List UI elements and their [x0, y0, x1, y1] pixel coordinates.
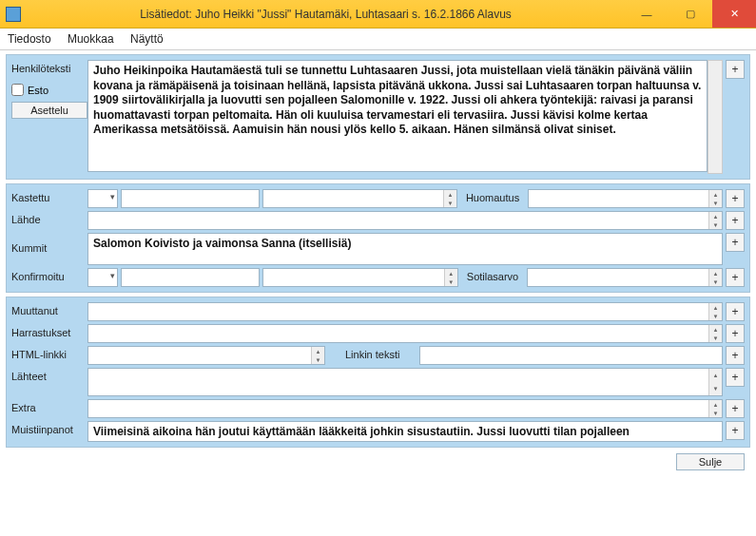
plus-henkiloteksti[interactable]: + [726, 60, 745, 79]
input-extra[interactable]: ▲▼ [87, 399, 723, 418]
menu-view[interactable]: Näyttö [130, 32, 164, 46]
titlebar: Lisätiedot: Juho Heikki "Jussi" Hautamäk… [0, 0, 756, 29]
menubar: Tiedosto Muokkaa Näyttö [0, 29, 756, 50]
panel-misc: Muuttanut ▲▼ + Harrastukset ▲▼ + HTML-li… [6, 297, 750, 448]
input-sotilasarvo[interactable]: ▲▼ [527, 268, 723, 287]
label-harrastukset: Harrastukset [11, 324, 87, 338]
checkbox-esto[interactable] [11, 84, 24, 96]
label-konfirmoitu: Konfirmoitu [11, 268, 87, 282]
input-htmllinkki[interactable]: ▲▼ [87, 346, 325, 365]
window-buttons: — ▢ ✕ [625, 0, 756, 28]
panel-baptism: Kastettu ▲▼ Huomautus ▲▼ + Lähde ▲▼ + Ku… [6, 183, 750, 293]
label-henkiloteksti: Henkilöteksti [11, 60, 87, 74]
scrollbar-henkiloteksti[interactable] [708, 60, 723, 174]
textarea-kummit[interactable] [87, 233, 723, 265]
close-button[interactable]: ✕ [712, 0, 756, 28]
plus-htmllinkki[interactable]: + [726, 346, 745, 365]
plus-muuttanut[interactable]: + [726, 302, 745, 321]
checkbox-esto-wrap[interactable]: Esto [11, 84, 87, 96]
window-title: Lisätiedot: Juho Heikki "Jussi" Hautamäk… [27, 8, 625, 21]
input-kastettu-place[interactable]: ▲▼ [262, 189, 457, 208]
plus-lahteet[interactable]: + [726, 368, 745, 387]
menu-edit[interactable]: Muokkaa [68, 32, 114, 46]
label-sotilasarvo: Sotilasarvo [461, 268, 524, 287]
textarea-muistiinpanot[interactable] [87, 421, 723, 442]
plus-extra[interactable]: + [726, 399, 745, 418]
input-harrastukset[interactable]: ▲▼ [87, 324, 723, 343]
button-asettelu[interactable]: Asettelu [11, 102, 87, 119]
label-muuttanut: Muuttanut [11, 302, 87, 316]
input-linkinteksti[interactable] [419, 346, 723, 365]
maximize-button[interactable]: ▢ [669, 0, 712, 28]
plus-konfirmoitu[interactable]: + [726, 268, 745, 287]
input-konfirmoitu-date[interactable] [121, 268, 260, 287]
label-kummit: Kummit [11, 233, 87, 254]
label-huomautus: Huomautus [460, 189, 525, 208]
menu-file[interactable]: Tiedosto [8, 32, 51, 46]
plus-kastettu[interactable]: + [726, 189, 745, 208]
panel-henkiloteksti: Henkilöteksti Esto Asettelu + [6, 54, 750, 180]
input-lahde[interactable]: ▲▼ [87, 211, 723, 230]
label-extra: Extra [11, 399, 87, 413]
combo-kastettu-type[interactable] [87, 189, 118, 208]
footer: Sulje [6, 451, 750, 474]
textarea-henkiloteksti[interactable] [87, 60, 708, 172]
plus-kummit[interactable]: + [726, 233, 745, 252]
input-kastettu-date[interactable] [121, 189, 260, 208]
input-huomautus[interactable]: ▲▼ [528, 189, 723, 208]
label-kastettu: Kastettu [11, 189, 87, 203]
input-konfirmoitu-place[interactable]: ▲▼ [262, 268, 458, 287]
plus-lahde[interactable]: + [726, 211, 745, 230]
plus-muistiinpanot[interactable]: + [726, 421, 745, 440]
app-icon [6, 7, 21, 22]
input-muuttanut[interactable]: ▲▼ [87, 302, 723, 321]
button-sulje[interactable]: Sulje [676, 453, 745, 470]
label-lahde: Lähde [11, 211, 87, 225]
label-linkinteksti: Linkin teksti [328, 346, 417, 365]
label-htmllinkki: HTML-linkki [11, 346, 87, 360]
plus-harrastukset[interactable]: + [726, 324, 745, 343]
minimize-button[interactable]: — [625, 0, 669, 28]
label-esto: Esto [28, 85, 48, 96]
body-area: Henkilöteksti Esto Asettelu + Kastettu ▲… [0, 50, 756, 480]
label-lahteet: Lähteet [11, 368, 87, 382]
combo-konfirmoitu-type[interactable] [87, 268, 118, 287]
label-muistiinpanot: Muistiinpanot [11, 421, 87, 435]
input-lahteet[interactable]: ▲▼ [87, 368, 723, 396]
